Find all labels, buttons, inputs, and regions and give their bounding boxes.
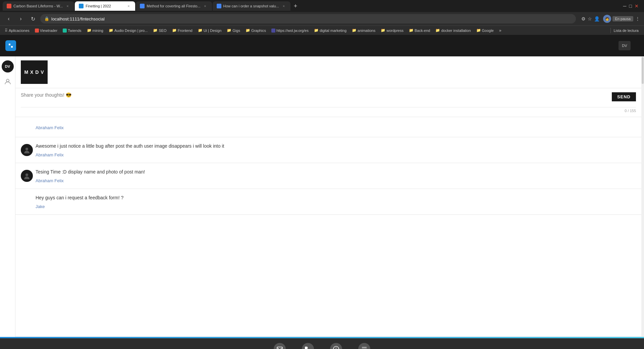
bookmark-google[interactable]: 📁 Google [474,28,496,33]
back-button[interactable]: ‹ [4,14,13,23]
tab-close-2[interactable]: × [126,3,131,9]
user-avatar[interactable]: DV [2,60,14,72]
footer-phone-icon[interactable] [302,343,314,349]
tab-title-1: Carbon Based Lifeforms - W... [13,4,63,8]
bookmark-star-icon[interactable]: ☆ [588,16,592,21]
comment-author-3[interactable]: Abraham Felix [36,178,636,183]
window-controls: ─ □ ✕ [623,3,641,9]
comment-text-2: Awesome i just notice a little bug after… [36,143,636,150]
app-header: DV [0,35,644,56]
bookmark-label: Ui | Design [204,29,222,33]
folder-icon: 📁 [314,28,319,33]
bookmark-animations[interactable]: 📁 animations [350,28,377,33]
browser-chrome: Carbon Based Lifeforms - W... × Finettin… [0,0,644,35]
reading-list-button[interactable]: Lista de lectura [610,28,641,33]
bookmark-label: Frontend [178,29,193,33]
maximize-button[interactable]: □ [629,3,632,9]
bookmark-label: Graphics [251,29,266,33]
reload-button[interactable]: ↻ [28,14,38,23]
apps-icon: ⠿ [5,28,8,33]
comment-author-2[interactable]: Abraham Felix [36,152,636,157]
profile-avatar[interactable]: 🧑 [603,15,611,23]
tab-4[interactable]: How can i order a snapshot valu... × [213,1,290,11]
bookmark-wordpress[interactable]: 📁 wordpress [379,28,406,33]
tab-title-4: How can i order a snapshot valu... [223,4,279,8]
bookmark-mining[interactable]: 📁 mining [85,28,105,33]
main-layout: DV M X D V SEND 0 / 155 [0,56,644,337]
svg-rect-2 [11,46,13,48]
profile-label[interactable]: En pausa [612,16,633,21]
tab-3[interactable]: Method for coverting all Firesto... × [136,1,212,11]
close-window-button[interactable]: ✕ [635,3,639,9]
tab-close-4[interactable]: × [281,3,286,9]
folder-icon: 📁 [227,28,231,33]
svg-rect-0 [7,42,14,49]
comment-text-3: Tesing Time :D display name and photo of… [36,168,636,176]
folder-icon: 📁 [352,28,357,33]
tab-close-3[interactable]: × [203,3,208,9]
extensions-icon[interactable]: ⚙ [581,16,586,21]
bookmark-aplicaciones[interactable]: ⠿ Aplicaciones [3,28,32,34]
footer-email-icon[interactable] [274,343,286,349]
app-logo-icon[interactable] [5,40,16,51]
folder-icon: 📁 [381,28,385,33]
bookmark-jw[interactable]: https://wol.jw.org/es [269,28,311,33]
avatar-initials: DV [5,64,10,68]
bookmark-backend[interactable]: 📁 Back-end [407,28,432,33]
empty-space [15,215,641,337]
folder-icon: 📁 [109,28,113,33]
brand-banner: M X D V [15,56,641,88]
tab-bar: Carbon Based Lifeforms - W... × Finettin… [0,0,644,12]
bookmark-viewtrader[interactable]: Viewtrader [33,28,59,33]
new-tab-button[interactable]: + [291,3,300,10]
bookmark-seo[interactable]: 📁 SEO [151,28,168,33]
bookmark-docker[interactable]: 📁 docker installation [433,28,473,33]
bookmarks-more-button[interactable]: » [497,28,503,34]
send-button[interactable]: SEND [612,92,636,101]
footer-info-icon[interactable] [330,343,342,349]
bookmark-audio-design[interactable]: 📁 Audio Design | pro... [107,28,150,33]
comment-text-4: Hey guys can i request a feedback form! … [36,194,636,201]
tab-title-3: Method for coverting all Firesto... [147,4,200,8]
email-icon [277,346,283,349]
post-input[interactable] [21,92,609,103]
scrollbar[interactable] [641,56,644,337]
bookmark-ui-design[interactable]: 📁 Ui | Design [196,28,224,33]
comment-avatar-2 [21,144,33,156]
tab-2[interactable]: Finetting | 2022 × [75,1,135,11]
tab-1[interactable]: Carbon Based Lifeforms - W... × [3,1,74,11]
scroll-thumb[interactable] [642,57,644,84]
avatar-icon-2 [23,146,31,154]
bookmark-gigs[interactable]: 📁 Gigs [225,28,242,33]
footer-icons [274,343,370,349]
profile-icon[interactable]: 👤 [594,16,600,21]
folder-icon: 📁 [87,28,92,33]
menu-icon[interactable]: ⋮ [635,16,640,21]
url-text: localhost:1111/fintechsocial [51,16,572,21]
forward-button[interactable]: › [16,14,25,23]
bookmark-frontend[interactable]: 📁 Frontend [170,28,195,33]
app-container: DV DV M X D V [0,35,644,349]
svg-point-3 [6,79,9,82]
comment-author-4[interactable]: Jake [36,204,636,209]
bookmark-digital-marketing[interactable]: 📁 digital marketing [312,28,348,33]
lock-icon: 🔒 [44,16,49,21]
jw-favicon [271,29,275,33]
bookmark-twiends[interactable]: Twiends [61,28,83,33]
post-divider [21,107,636,107]
address-icons: ⚙ ☆ 👤 🧑 En pausa ⋮ [581,15,640,23]
viewtrader-favicon [35,29,39,33]
footer-menu-icon[interactable] [358,343,370,349]
tab-close-1[interactable]: × [65,3,70,9]
minimize-button[interactable]: ─ [623,3,627,9]
phone-icon [305,346,311,349]
bookmark-graphics[interactable]: 📁 Graphics [244,28,268,33]
comment-author-1[interactable]: Abraham Felix [36,125,636,130]
left-sidebar: DV [0,56,15,337]
url-bar[interactable]: 🔒 localhost:1111/fintechsocial [40,14,576,23]
comment-avatar-3 [21,170,33,182]
bookmarks-bar: ⠿ Aplicaciones Viewtrader Twiends 📁 mini… [0,26,644,35]
tab-favicon-2 [79,4,84,8]
sidebar-user-icon[interactable] [4,78,11,85]
list-icon [361,346,367,349]
